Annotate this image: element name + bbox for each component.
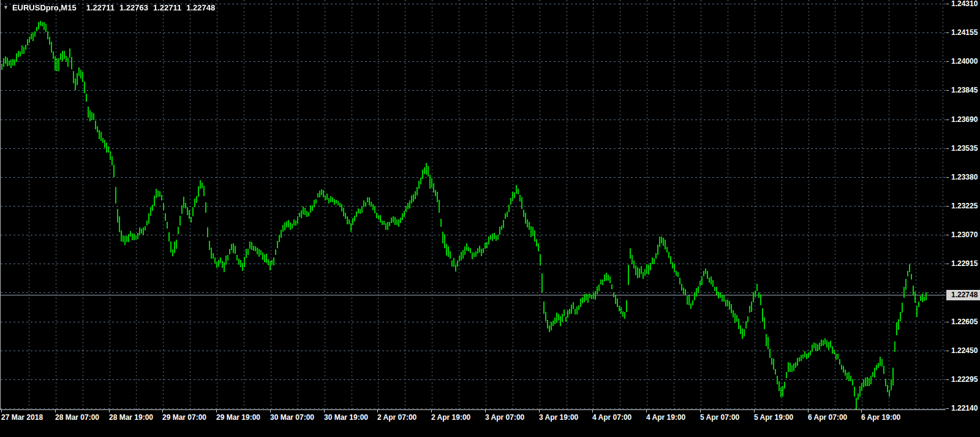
price-axis-tick [946, 90, 949, 91]
time-axis[interactable]: 27 Mar 201828 Mar 07:0028 Mar 19:0029 Ma… [0, 410, 980, 437]
time-axis-tick [592, 410, 593, 412]
price-axis-label: 1.22915 [951, 259, 978, 268]
price-axis-label: 1.23380 [951, 172, 978, 182]
time-axis-label: 28 Mar 07:00 [55, 413, 99, 422]
time-axis-tick [646, 410, 647, 412]
time-axis-label: 27 Mar 2018 [1, 413, 43, 422]
time-axis-tick [539, 410, 540, 412]
time-axis-label: 6 Apr 19:00 [861, 413, 900, 422]
price-axis-tick [946, 61, 949, 62]
price-axis-label: 1.23690 [951, 115, 978, 124]
time-axis-tick [324, 410, 325, 412]
price-axis-tick [946, 264, 949, 264]
price-axis-label: 1.23845 [951, 85, 978, 95]
price-axis-tick [946, 206, 949, 207]
price-axis-label: 1.24310 [951, 0, 978, 9]
current-price-tag: 1.22748 [946, 290, 980, 300]
price-axis[interactable]: 1.243101.241551.240001.238451.236901.235… [946, 0, 980, 410]
price-axis-label: 1.23070 [951, 230, 978, 240]
time-axis-label: 4 Apr 07:00 [592, 413, 631, 422]
price-axis-tick [946, 322, 949, 322]
time-axis-tick [270, 410, 271, 412]
time-axis-label: 6 Apr 07:00 [808, 413, 847, 422]
chart-title-bar: ▼ EURUSDpro,M15 1.22711 1.22763 1.22711 … [3, 3, 220, 12]
price-axis-label: 1.23225 [951, 201, 978, 211]
time-axis-label: 5 Apr 19:00 [754, 413, 793, 422]
time-axis-tick [485, 410, 486, 412]
price-axis-tick [946, 120, 949, 120]
price-axis-tick [946, 379, 949, 380]
price-axis-tick [946, 177, 949, 178]
time-axis-tick [55, 410, 56, 412]
quote-low: 1.22711 [153, 3, 181, 12]
price-axis-tick [946, 408, 949, 409]
time-axis-label: 3 Apr 19:00 [539, 413, 578, 422]
time-axis-tick [808, 410, 809, 412]
time-axis-label: 2 Apr 19:00 [431, 413, 470, 422]
time-axis-label: 2 Apr 07:00 [377, 413, 417, 422]
price-axis-label: 1.22605 [951, 317, 978, 327]
price-axis-tick [946, 32, 949, 33]
mt4-chart-window: ▼ EURUSDpro,M15 1.22711 1.22763 1.22711 … [0, 0, 980, 437]
time-axis-tick [861, 410, 862, 412]
time-axis-label: 29 Mar 07:00 [162, 413, 206, 422]
chart-plot-area[interactable]: ▼ EURUSDpro,M15 1.22711 1.22763 1.22711 … [0, 0, 946, 410]
time-axis-label: 29 Mar 19:00 [216, 413, 260, 422]
time-axis-tick [700, 410, 701, 412]
time-axis-tick [109, 410, 110, 412]
price-axis-tick [946, 235, 949, 235]
price-axis-label: 1.22450 [951, 346, 978, 355]
time-axis-label: 30 Mar 07:00 [270, 413, 314, 422]
quote-high: 1.22763 [119, 3, 148, 12]
time-axis-tick [431, 410, 432, 412]
price-axis-label: 1.24155 [951, 28, 978, 37]
time-axis-tick [1, 410, 2, 412]
time-axis-tick [216, 410, 217, 412]
quote-open: 1.22711 [86, 3, 115, 12]
time-axis-label: 4 Apr 19:00 [646, 413, 685, 422]
time-axis-label: 5 Apr 07:00 [700, 413, 739, 422]
price-axis-tick [946, 351, 949, 351]
time-axis-tick [377, 410, 378, 412]
time-axis-label: 28 Mar 19:00 [109, 413, 153, 422]
time-axis-tick [754, 410, 755, 412]
price-chart-canvas[interactable] [1, 0, 946, 409]
price-axis-label: 1.22295 [951, 374, 978, 384]
symbol-dropdown-icon[interactable]: ▼ [3, 4, 9, 12]
time-axis-label: 30 Mar 19:00 [324, 413, 368, 422]
price-axis-label: 1.24000 [951, 56, 978, 66]
quote-close: 1.22748 [186, 3, 215, 12]
time-axis-label: 3 Apr 07:00 [485, 413, 524, 422]
price-axis-tick [946, 148, 949, 149]
price-axis-tick [946, 4, 949, 4]
price-axis-label: 1.23535 [951, 143, 978, 153]
time-axis-tick [162, 410, 163, 412]
symbol-period-label: EURUSDpro,M15 [12, 3, 77, 12]
